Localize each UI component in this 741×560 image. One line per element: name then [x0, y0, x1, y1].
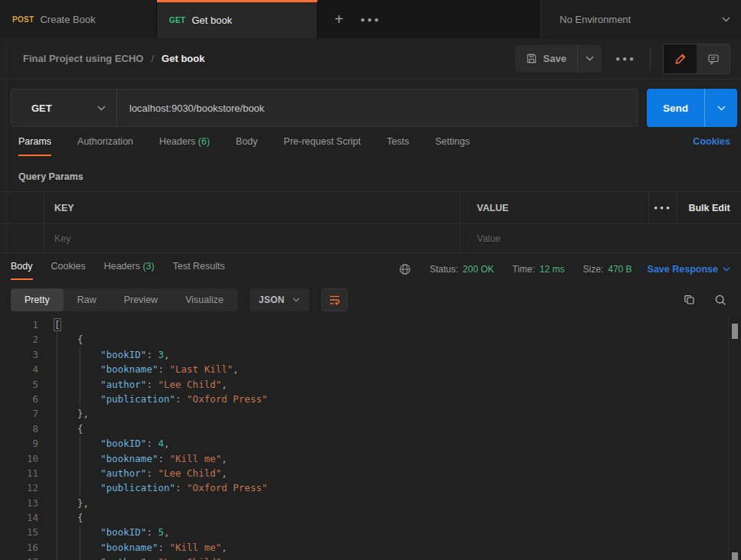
tab-create-book[interactable]: POST Create Book — [0, 0, 157, 38]
response-tabs: Body Cookies Headers (3) Test Results — [11, 254, 225, 285]
line-number: 7 — [0, 406, 38, 421]
environment-label: No Environment — [560, 14, 722, 25]
method-dropdown[interactable]: GET — [11, 90, 117, 126]
tab-label: Create Book — [40, 14, 95, 25]
send-button-group: Send — [647, 89, 737, 127]
url-box: GET — [11, 89, 638, 127]
copy-icon — [684, 294, 696, 306]
tab-body[interactable]: Body — [236, 136, 258, 155]
response-tab-headers[interactable]: Headers (3) — [104, 261, 155, 278]
size-value: 470 B — [608, 264, 632, 275]
line-number: 17 — [0, 555, 38, 560]
url-input[interactable] — [117, 90, 637, 126]
search-button[interactable] — [714, 294, 727, 307]
value-input[interactable] — [477, 233, 648, 244]
save-response-button[interactable]: Save Response — [648, 264, 730, 275]
tab-actions: + ●●● — [318, 0, 381, 38]
breadcrumb-collection[interactable]: Final Project using ECHO — [23, 53, 143, 64]
code-line: 15 "bookID": 5, — [0, 525, 741, 539]
line-content: }, — [38, 497, 89, 509]
tab-headers[interactable]: Headers (6) — [159, 136, 210, 155]
view-raw[interactable]: Raw — [64, 288, 110, 311]
line-content: "bookname": "Kill me", — [38, 453, 227, 464]
line-number: 4 — [0, 362, 38, 376]
save-button[interactable]: Save — [515, 53, 577, 64]
code-line: 4 "bookname": "Last Kill", — [0, 362, 741, 376]
save-label: Save — [544, 53, 566, 64]
pencil-icon — [674, 53, 687, 65]
format-dropdown[interactable]: JSON — [250, 288, 309, 311]
response-meta: Status: 200 OK Time: 12 ms Size: 470 B S… — [399, 263, 730, 275]
line-number: 1 — [0, 317, 38, 332]
tab-params[interactable]: Params — [18, 136, 51, 156]
bulk-edit-cell: Bulk Edit — [677, 192, 741, 223]
view-pretty[interactable]: Pretty — [11, 288, 64, 311]
response-body-viewer[interactable]: 1[2 {3 "bookID": 3,4 "bookname": "Last K… — [0, 315, 741, 560]
format-selected: JSON — [259, 295, 285, 305]
code-line: 13 }, — [0, 496, 741, 510]
table-row — [0, 223, 741, 253]
size-label: Size: — [583, 264, 604, 275]
line-number: 6 — [0, 392, 38, 406]
wrap-line-button[interactable] — [322, 288, 348, 311]
request-more-actions-icon[interactable]: ●●● — [615, 54, 636, 63]
save-icon — [526, 53, 537, 64]
key-input[interactable] — [54, 233, 460, 244]
tab-options-icon[interactable]: ●●● — [361, 15, 381, 24]
send-label: Send — [663, 103, 688, 114]
response-tab-body[interactable]: Body — [11, 261, 33, 280]
tab-settings[interactable]: Settings — [435, 136, 469, 155]
environment-selector[interactable]: No Environment — [540, 0, 741, 38]
select-column — [0, 192, 44, 223]
line-number: 15 — [0, 525, 38, 539]
line-content: "bookname": "Last Kill", — [38, 363, 239, 375]
code-line: 11 "author": "Lee Child", — [0, 466, 741, 480]
tab-get-book[interactable]: GET Get book — [157, 0, 318, 38]
copy-button[interactable] — [684, 294, 696, 306]
line-content: { — [38, 334, 83, 345]
breadcrumb-request-name: Get book — [162, 53, 204, 64]
time-value: 12 ms — [540, 264, 565, 275]
postman-app: POST Create Book GET Get book + ●●● No E… — [0, 0, 741, 560]
new-tab-icon[interactable]: + — [335, 11, 344, 27]
response-tab-test-results[interactable]: Test Results — [173, 261, 225, 278]
bulk-edit-button[interactable]: Bulk Edit — [688, 203, 730, 213]
table-header-row: KEY VALUE ●●● Bulk Edit — [0, 192, 741, 223]
divider — [650, 47, 651, 70]
scrollbar-thumb[interactable] — [732, 324, 738, 339]
side-panel-toggle — [663, 44, 730, 74]
code-line: 17 "author": "Lee Child", — [0, 555, 741, 560]
tab-tests[interactable]: Tests — [387, 136, 409, 155]
tab-authorization[interactable]: Authorization — [77, 136, 133, 155]
column-options-icon[interactable]: ●●● — [654, 204, 672, 211]
cookies-link[interactable]: Cookies — [693, 136, 730, 147]
response-scrollbar[interactable] — [728, 315, 741, 560]
documentation-button[interactable] — [664, 44, 697, 73]
line-number: 11 — [0, 466, 38, 480]
tab-pre-request-script[interactable]: Pre-request Script — [284, 136, 361, 155]
view-preview[interactable]: Preview — [110, 288, 171, 311]
response-header: Body Cookies Headers (3) Test Results St… — [0, 254, 741, 285]
wrap-text-icon — [328, 294, 341, 306]
comment-icon — [707, 53, 720, 65]
view-visualize[interactable]: Visualize — [171, 288, 237, 311]
line-content: "bookID": 3, — [38, 349, 170, 360]
chevron-down-icon — [717, 106, 726, 111]
breadcrumb-actions: Save ●●● — [515, 44, 731, 74]
code-line: 8 { — [0, 422, 741, 436]
send-options-button[interactable] — [704, 89, 737, 127]
search-icon — [714, 294, 727, 307]
tab-headers-count: (6) — [198, 136, 210, 147]
code-line: 1[ — [0, 317, 741, 332]
globe-icon — [399, 263, 411, 275]
scrollbar-thumb-bottom[interactable] — [732, 552, 738, 560]
response-tab-cookies[interactable]: Cookies — [51, 261, 86, 278]
chevron-down-icon — [292, 298, 300, 302]
url-row: GET Send — [11, 89, 737, 127]
code-line: 6 "publication": "Oxford Press" — [0, 392, 741, 406]
save-options-button[interactable] — [577, 45, 602, 73]
select-cell[interactable] — [0, 224, 44, 253]
comments-button[interactable] — [697, 44, 730, 73]
send-button[interactable]: Send — [647, 89, 704, 127]
chevron-down-icon — [722, 17, 730, 22]
